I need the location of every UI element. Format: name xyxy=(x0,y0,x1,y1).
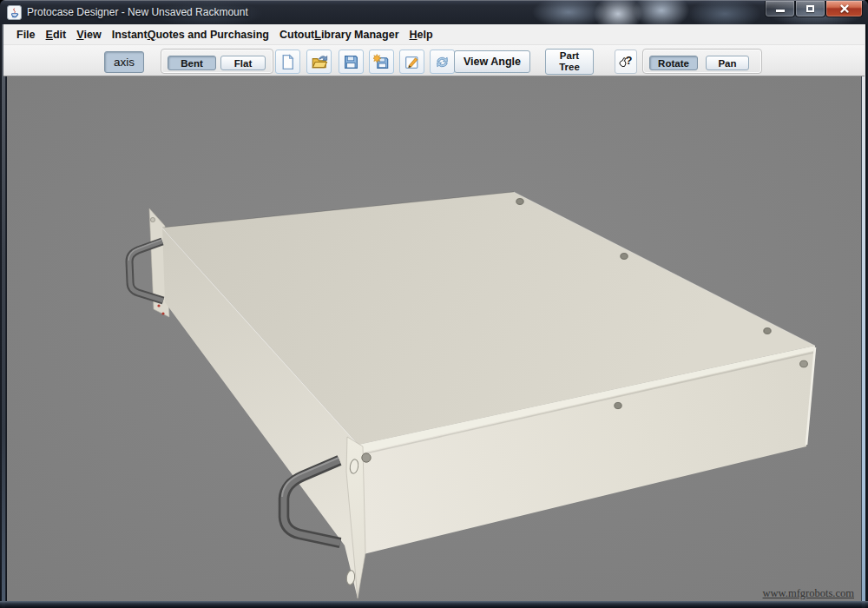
close-button[interactable] xyxy=(825,1,863,17)
top-screw-2 xyxy=(621,254,628,260)
save-as-icon xyxy=(373,54,390,70)
refresh-button[interactable] xyxy=(430,50,455,74)
edit-cutout-icon xyxy=(404,54,420,70)
minimize-button[interactable] xyxy=(765,1,795,17)
front-panel-marker-dot-2 xyxy=(161,312,164,314)
java-coffee-cup-icon[interactable] xyxy=(7,5,22,20)
menu-bar: FileEditViewInstant Quotes and Purchasin… xyxy=(3,24,865,45)
menu-item-cutout-library-manager[interactable]: Cutout Library Manager xyxy=(274,24,404,44)
rack-ear-far-mounting-hole xyxy=(150,217,155,221)
window-frame-left xyxy=(1,24,6,608)
watermark: www.mfgrobots.com xyxy=(763,587,854,600)
maximize-icon xyxy=(806,5,814,12)
side-screw xyxy=(615,402,621,408)
save-as-button[interactable] xyxy=(369,50,394,74)
flat-view-button[interactable]: Flat xyxy=(220,56,266,70)
maximize-button[interactable] xyxy=(795,1,825,17)
viewport-3d[interactable]: www.mfgrobots.com xyxy=(7,76,861,601)
viewport-3d-canvas[interactable] xyxy=(7,76,861,601)
menu-item-edit[interactable]: Edit xyxy=(41,24,72,44)
top-screw-3 xyxy=(764,328,771,334)
svg-text:?: ? xyxy=(626,54,633,67)
menu-item-help[interactable]: Help xyxy=(404,24,438,44)
pan-mode-button[interactable]: Pan xyxy=(706,56,749,70)
close-icon xyxy=(839,3,850,14)
open-file-button[interactable] xyxy=(306,50,332,74)
toolbar: axis Bent Flat xyxy=(3,45,865,76)
front-panel-marker-dot-1 xyxy=(157,304,160,307)
title-bar[interactable]: Protocase Designer - New Unsaved Rackmou… xyxy=(0,0,868,24)
window-frame-right xyxy=(861,24,867,608)
app-window: Protocase Designer - New Unsaved Rackmou… xyxy=(0,0,868,608)
save-icon xyxy=(343,54,359,70)
window-frame-bottom xyxy=(0,601,868,608)
axis-toggle-button[interactable]: axis xyxy=(104,51,144,73)
window-title: Protocase Designer - New Unsaved Rackmou… xyxy=(27,6,248,18)
top-screw-1 xyxy=(516,199,523,205)
refresh-icon xyxy=(434,54,450,70)
java-cup-glyph xyxy=(9,7,20,18)
rotate-mode-button[interactable]: Rotate xyxy=(649,56,698,70)
open-folder-icon xyxy=(311,53,328,70)
new-document-button[interactable] xyxy=(275,50,300,74)
new-document-icon xyxy=(279,54,296,70)
view-angle-button[interactable]: View Angle xyxy=(454,50,530,73)
part-tree-line2: Tree xyxy=(559,62,580,72)
bent-view-button[interactable]: Bent xyxy=(168,56,216,70)
menu-item-instant-quotes-and-purchasing[interactable]: Instant Quotes and Purchasing xyxy=(107,24,274,44)
part-tree-line1: Part xyxy=(560,50,579,61)
menu-item-file[interactable]: File xyxy=(11,24,41,44)
whats-this-help-icon: ? xyxy=(617,53,635,70)
title-bar-left: Protocase Designer - New Unsaved Rackmou… xyxy=(0,5,765,20)
save-button[interactable] xyxy=(339,50,364,74)
mouse-mode-group: Rotate Pan xyxy=(642,49,762,74)
minimize-icon xyxy=(776,10,785,12)
edit-cutout-button[interactable] xyxy=(399,50,424,74)
window-controls xyxy=(765,1,868,17)
rear-corner-rivet xyxy=(800,360,808,367)
whats-this-help-button[interactable]: ? xyxy=(615,50,637,74)
part-tree-button[interactable]: Part Tree xyxy=(545,49,594,75)
bend-state-group: Bent Flat xyxy=(161,49,273,74)
front-corner-rivet xyxy=(362,453,371,462)
menu-item-view[interactable]: View xyxy=(71,24,107,44)
